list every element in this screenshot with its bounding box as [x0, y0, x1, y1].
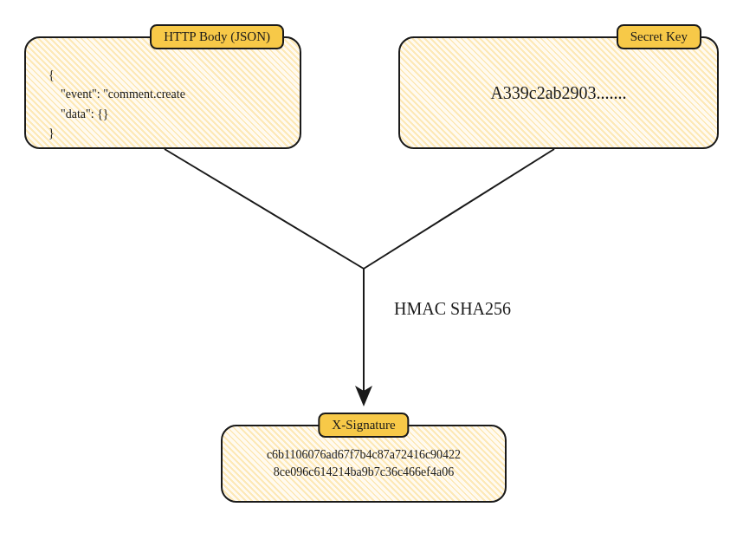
secret-key-box: Secret Key A339c2ab2903.......: [398, 36, 719, 149]
signature-content: c6b1106076ad67f7b4c87a72416c90422 8ce096…: [223, 446, 505, 480]
algorithm-label: HMAC SHA256: [394, 299, 511, 319]
http-body-content: { "event": "comment.create "data": {} }: [48, 66, 185, 144]
signature-box: X-Signature c6b1106076ad67f7b4c87a72416c…: [221, 425, 507, 503]
secret-key-content: A339c2ab2903.......: [400, 83, 717, 103]
signature-line1: c6b1106076ad67f7b4c87a72416c90422: [223, 446, 505, 464]
secret-key-label: Secret Key: [617, 24, 701, 49]
signature-label: X-Signature: [318, 413, 409, 438]
signature-line2: 8ce096c614214ba9b7c36c466ef4a06: [223, 464, 505, 481]
http-body-label: HTTP Body (JSON): [150, 24, 284, 49]
http-body-box: HTTP Body (JSON) { "event": "comment.cre…: [24, 36, 301, 149]
